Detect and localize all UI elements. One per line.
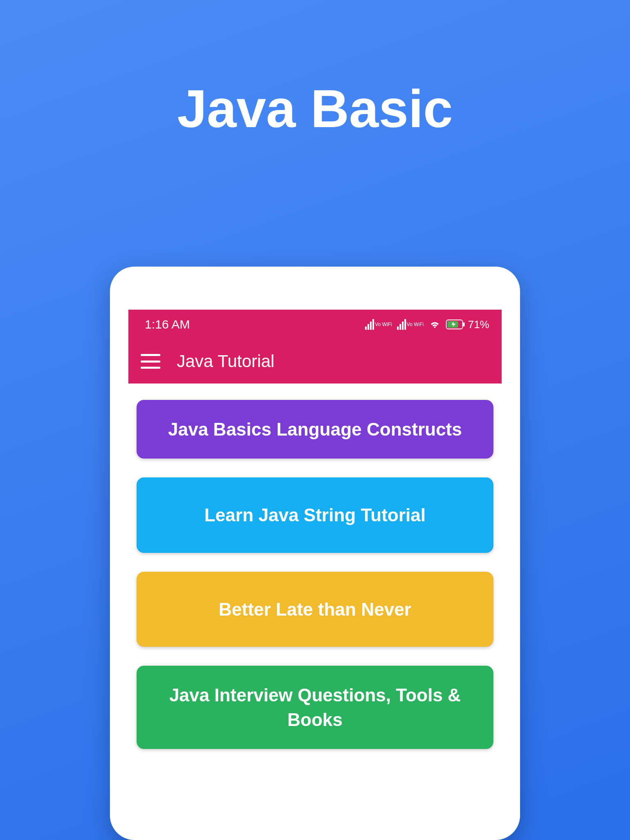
wifi-icon: [429, 320, 441, 329]
signal-2-label: Vo WiFi: [407, 322, 424, 327]
signal-1-icon: Vo WiFi: [365, 319, 392, 330]
hamburger-menu-icon[interactable]: [141, 354, 160, 369]
menu-item-java-basics[interactable]: Java Basics Language Constructs: [137, 400, 493, 459]
status-icons: Vo WiFi Vo WiFi: [365, 318, 489, 331]
battery-icon: 71%: [446, 318, 489, 331]
page-title: Java Basic: [177, 78, 453, 139]
phone-frame: 1:16 AM Vo WiFi: [110, 267, 520, 840]
battery-percent: 71%: [468, 318, 489, 331]
status-time: 1:16 AM: [145, 317, 190, 331]
svg-rect-1: [463, 322, 465, 326]
menu-item-better-late[interactable]: Better Late than Never: [137, 572, 493, 647]
status-bar: 1:16 AM Vo WiFi: [128, 310, 502, 339]
menu-item-string-tutorial[interactable]: Learn Java String Tutorial: [137, 477, 493, 552]
app-title: Java Tutorial: [177, 352, 274, 371]
menu-list: Java Basics Language Constructs Learn Ja…: [128, 383, 502, 749]
signal-1-label: Vo WiFi: [375, 322, 392, 327]
signal-2-icon: Vo WiFi: [397, 319, 424, 330]
menu-item-interview-questions[interactable]: Java Interview Questions, Tools & Books: [137, 666, 493, 749]
app-bar: Java Tutorial: [128, 339, 502, 383]
